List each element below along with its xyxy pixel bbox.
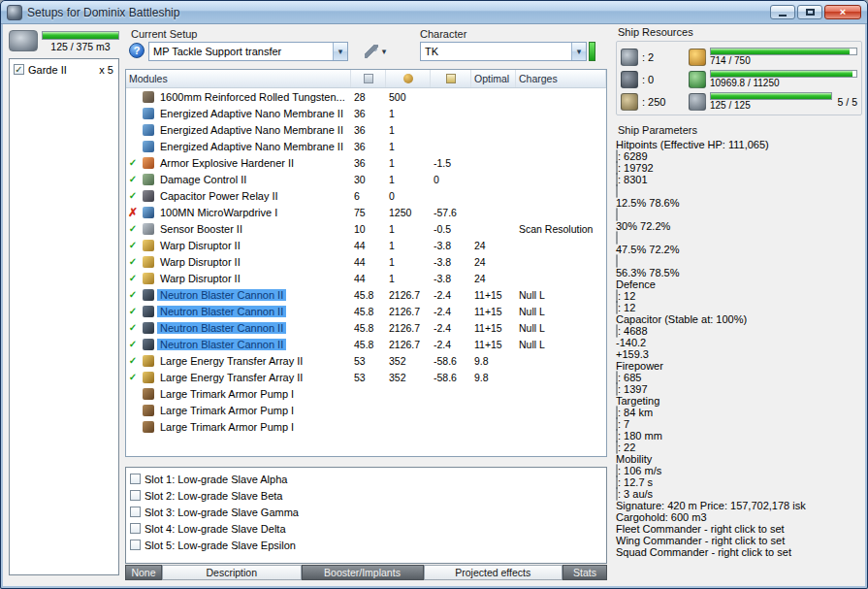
squad-commander-slot[interactable]: Squad Commander - right click to set bbox=[616, 546, 862, 558]
dropdown-arrow-icon[interactable]: ▾ bbox=[333, 43, 347, 60]
module-row[interactable]: ✓ Capacitor Power Relay II 6 0 bbox=[126, 187, 606, 204]
module-row[interactable]: ✓ Large Energy Transfer Array II 53 352 … bbox=[126, 369, 606, 385]
implant-checkbox[interactable] bbox=[130, 474, 141, 484]
implant-checkbox[interactable] bbox=[130, 523, 141, 534]
check-icon: ✓ bbox=[126, 290, 140, 300]
implant-slot-item[interactable]: Slot 4: Low-grade Slave Delta bbox=[128, 520, 604, 537]
character-label: Character bbox=[420, 28, 466, 40]
cpu-column-header[interactable] bbox=[351, 70, 386, 87]
setup-select-value: MP Tackle Support transfer bbox=[149, 46, 333, 57]
module-name[interactable]: Sensor Booster II bbox=[157, 223, 245, 235]
module-name[interactable]: Large Energy Transfer Array II bbox=[157, 372, 305, 383]
module-name[interactable]: Warp Disruptor II bbox=[157, 273, 243, 284]
module-row[interactable]: ✗ 100MN MicroWarpdrive I 75 1250 -57.6 bbox=[126, 204, 606, 220]
implant-slot-item[interactable]: Slot 1: Low-grade Slave Alpha bbox=[128, 471, 604, 487]
module-name[interactable]: Neutron Blaster Cannon II bbox=[157, 339, 286, 350]
title-bar[interactable]: Setups for Dominix Battleship × bbox=[1, 1, 867, 24]
drone-list-item[interactable]: ✓ Garde II x 5 bbox=[12, 61, 116, 78]
module-row[interactable]: Large Trimark Armor Pump I bbox=[126, 385, 606, 402]
resist-cell: 56.3% 78.5% bbox=[616, 255, 862, 278]
dropdown-arrow-icon[interactable]: ▾ bbox=[571, 43, 586, 60]
module-row[interactable]: ✓ Neutron Blaster Cannon II 45.8 2126.7 … bbox=[126, 319, 606, 336]
implant-checkbox[interactable] bbox=[130, 540, 141, 550]
module-row[interactable]: ✓ Armor Explosive Hardener II 36 1 -1.5 bbox=[126, 154, 606, 171]
charges-column-header[interactable]: Charges bbox=[516, 70, 606, 87]
minimize-button[interactable] bbox=[770, 5, 795, 19]
module-name[interactable]: 100MN MicroWarpdrive I bbox=[157, 207, 280, 218]
module-cap-value: -3.8 bbox=[431, 240, 471, 251]
module-name[interactable]: Neutron Blaster Cannon II bbox=[157, 306, 286, 317]
module-name[interactable]: Large Energy Transfer Array II bbox=[157, 355, 305, 367]
module-name[interactable]: Energized Adaptive Nano Membrane II bbox=[157, 141, 346, 152]
module-row[interactable]: Large Trimark Armor Pump I bbox=[126, 402, 606, 418]
tab-description[interactable]: Description bbox=[162, 565, 302, 580]
module-name[interactable]: Large Trimark Armor Pump I bbox=[157, 405, 297, 416]
tab-none[interactable]: None bbox=[125, 565, 162, 580]
module-row[interactable]: Energized Adaptive Nano Membrane II 36 1 bbox=[126, 105, 606, 121]
drone-list[interactable]: ✓ Garde II x 5 bbox=[9, 58, 119, 575]
implant-slot-item[interactable]: Slot 5: Low-grade Slave Epsilon bbox=[128, 537, 604, 553]
fleet-commander-slot[interactable]: Fleet Commander - right click to set bbox=[616, 523, 862, 535]
module-row[interactable]: ✓ Warp Disruptor II 44 1 -3.8 24 bbox=[126, 270, 606, 286]
module-name[interactable]: Neutron Blaster Cannon II bbox=[157, 322, 286, 334]
module-row[interactable]: ✓ Warp Disruptor II 44 1 -3.8 24 bbox=[126, 253, 606, 270]
powergrid-column-header[interactable] bbox=[386, 70, 431, 87]
modules-column-header[interactable]: Modules bbox=[126, 70, 351, 87]
module-name[interactable]: 1600mm Reinforced Rolled Tungsten... bbox=[157, 91, 348, 103]
tab-projected-effects[interactable]: Projected effects bbox=[424, 565, 563, 580]
module-row[interactable]: Large Trimark Armor Pump I bbox=[126, 418, 606, 435]
implant-checkbox[interactable] bbox=[130, 507, 141, 517]
check-icon: ✓ bbox=[126, 191, 140, 201]
module-name[interactable]: Warp Disruptor II bbox=[157, 256, 243, 268]
tab-stats[interactable]: Stats bbox=[563, 565, 607, 580]
module-row[interactable]: ✓ Damage Control II 30 1 0 bbox=[126, 171, 606, 187]
module-row[interactable]: Energized Adaptive Nano Membrane II 36 1 bbox=[126, 138, 606, 154]
module-row[interactable]: ✓ Neutron Blaster Cannon II 45.8 2126.7 … bbox=[126, 336, 606, 352]
module-row[interactable]: ✓ Sensor Booster II 10 1 -0.5 Scan Resol… bbox=[126, 220, 606, 237]
plate-module-icon bbox=[143, 91, 154, 103]
module-name[interactable]: Damage Control II bbox=[157, 174, 249, 185]
module-name[interactable]: Large Trimark Armor Pump I bbox=[157, 421, 297, 433]
disruptor-module-icon bbox=[143, 273, 154, 284]
implant-checkbox[interactable] bbox=[130, 490, 141, 501]
module-name[interactable]: Large Trimark Armor Pump I bbox=[157, 388, 297, 400]
module-optimal-value: 9.8 bbox=[471, 355, 516, 367]
implant-slot-item[interactable]: Slot 2: Low-grade Slave Beta bbox=[128, 487, 604, 504]
maximize-button[interactable] bbox=[797, 5, 822, 19]
drone-checkbox[interactable]: ✓ bbox=[14, 64, 24, 75]
module-name[interactable]: Neutron Blaster Cannon II bbox=[157, 289, 286, 301]
module-row[interactable]: Energized Adaptive Nano Membrane II 36 1 bbox=[126, 121, 606, 138]
targeting-legend: Targeting bbox=[616, 395, 862, 407]
module-name[interactable]: Capacitor Power Relay II bbox=[157, 190, 281, 202]
wing-commander-slot[interactable]: Wing Commander - right click to set bbox=[616, 535, 862, 546]
module-cap-value: -1.5 bbox=[431, 157, 471, 169]
module-row[interactable]: ✓ Warp Disruptor II 44 1 -3.8 24 bbox=[126, 237, 606, 253]
capacitor-column-header[interactable] bbox=[431, 70, 471, 87]
implant-slot-list[interactable]: Slot 1: Low-grade Slave Alpha Slot 2: Lo… bbox=[125, 467, 607, 564]
help-icon[interactable]: ? bbox=[129, 43, 145, 58]
shield-resist-value: 12.5% bbox=[616, 197, 646, 209]
module-name[interactable]: Warp Disruptor II bbox=[157, 240, 243, 251]
module-name[interactable]: Armor Explosive Hardener II bbox=[157, 157, 297, 169]
maximize-icon bbox=[806, 9, 815, 16]
module-row[interactable]: ✓ Neutron Blaster Cannon II 45.8 2126.7 … bbox=[126, 303, 606, 319]
implant-slot-item[interactable]: Slot 3: Low-grade Slave Gamma bbox=[128, 504, 604, 520]
character-select[interactable]: TK ▾ bbox=[420, 42, 587, 61]
check-icon: ✓ bbox=[126, 323, 140, 333]
module-row[interactable]: ✓ Neutron Blaster Cannon II 45.8 2126.7 … bbox=[126, 286, 606, 303]
module-row[interactable]: ✓ Large Energy Transfer Array II 53 352 … bbox=[126, 352, 606, 369]
setup-tools-button[interactable]: ▾ bbox=[356, 42, 395, 61]
implant-label: Slot 1: Low-grade Slave Alpha bbox=[145, 474, 287, 485]
transfer-module-icon bbox=[143, 372, 154, 383]
tab-booster-implants[interactable]: Booster/Implants bbox=[302, 565, 424, 580]
powergrid-bar bbox=[710, 48, 857, 55]
module-name[interactable]: Energized Adaptive Nano Membrane II bbox=[157, 124, 346, 136]
modules-table: Modules Optimal Charges 1600mm Reinforce… bbox=[125, 69, 607, 457]
module-name[interactable]: Energized Adaptive Nano Membrane II bbox=[157, 108, 346, 119]
close-button[interactable]: × bbox=[824, 5, 861, 19]
module-row[interactable]: 1600mm Reinforced Rolled Tungsten... 28 … bbox=[126, 88, 606, 105]
module-optimal-value: 11+15 bbox=[471, 306, 516, 317]
module-cap-value: -57.6 bbox=[431, 207, 471, 218]
setup-select[interactable]: MP Tackle Support transfer ▾ bbox=[148, 42, 348, 61]
optimal-column-header[interactable]: Optimal bbox=[471, 70, 516, 87]
